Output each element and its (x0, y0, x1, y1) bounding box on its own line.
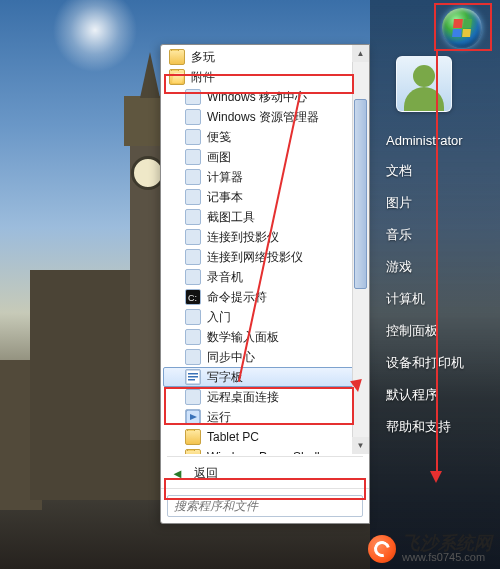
search-row (161, 488, 369, 523)
netproj-icon (185, 249, 201, 265)
program-label: 连接到网络投影仪 (207, 249, 303, 266)
start-menu-right-pane: Administrator 文档 图片 音乐 游戏 计算机 控制面板 设备和打印… (370, 0, 500, 569)
right-link-control-panel[interactable]: 控制面板 (370, 315, 500, 347)
program-item-netproj[interactable]: 连接到网络投影仪 (163, 247, 369, 267)
program-item-math[interactable]: 数学输入面板 (163, 327, 369, 347)
program-label: 入门 (207, 309, 231, 326)
program-item-folder[interactable]: Tablet PC (163, 427, 369, 447)
program-label: 记事本 (207, 189, 243, 206)
username-link[interactable]: Administrator (370, 126, 500, 155)
program-label: 命令提示符 (207, 289, 267, 306)
scroll-thumb[interactable] (354, 99, 367, 289)
program-label: 远程桌面连接 (207, 389, 279, 406)
program-label: Windows 移动中心 (207, 89, 307, 106)
program-label: 多玩 (191, 49, 215, 66)
program-item-sync[interactable]: 同步中心 (163, 347, 369, 367)
program-label: 运行 (207, 409, 231, 426)
program-item-wordpad[interactable]: 写字板 (163, 367, 369, 387)
paint-icon (185, 149, 201, 165)
program-item-rdp[interactable]: 远程桌面连接 (163, 387, 369, 407)
back-label: 返回 (194, 465, 218, 482)
program-label: 便笺 (207, 129, 231, 146)
watermark-logo-icon (368, 535, 396, 563)
right-link-music[interactable]: 音乐 (370, 219, 500, 251)
search-input[interactable] (167, 495, 363, 517)
program-label: Tablet PC (207, 430, 259, 444)
recorder-icon (185, 269, 201, 285)
right-link-devices[interactable]: 设备和打印机 (370, 347, 500, 379)
right-link-games[interactable]: 游戏 (370, 251, 500, 283)
rdp-icon (185, 389, 201, 405)
program-item-mobility[interactable]: Windows 移动中心 (163, 87, 369, 107)
program-label: Windows 资源管理器 (207, 109, 319, 126)
program-item-folder[interactable]: Windows PowerShell (163, 447, 369, 454)
svg-rect-5 (188, 379, 195, 381)
projector-icon (185, 229, 201, 245)
svg-rect-3 (188, 373, 198, 375)
watermark-url: www.fs0745.com (402, 552, 492, 563)
user-avatar[interactable] (396, 56, 452, 112)
folder-icon (169, 49, 185, 65)
svg-rect-4 (188, 376, 198, 378)
scrollbar[interactable]: ▲ ▼ (352, 45, 369, 454)
right-link-computer[interactable]: 计算机 (370, 283, 500, 315)
wordpad-icon (185, 369, 201, 385)
back-button[interactable]: ◄ 返回 (161, 459, 369, 488)
program-item-sticky[interactable]: 便笺 (163, 127, 369, 147)
program-item-notepad[interactable]: 记事本 (163, 187, 369, 207)
back-arrow-icon: ◄ (171, 466, 184, 481)
program-label: 数学输入面板 (207, 329, 279, 346)
program-label: 附件 (191, 69, 215, 86)
program-item-cmd[interactable]: C:命令提示符 (163, 287, 369, 307)
explorer-icon (185, 109, 201, 125)
program-label: 写字板 (207, 369, 243, 386)
program-item-snip[interactable]: 截图工具 (163, 207, 369, 227)
folder-open-icon (169, 69, 185, 85)
program-label: 连接到投影仪 (207, 229, 279, 246)
program-label: 录音机 (207, 269, 243, 286)
program-label: 画图 (207, 149, 231, 166)
program-item-getting[interactable]: 入门 (163, 307, 369, 327)
right-link-help[interactable]: 帮助和支持 (370, 411, 500, 443)
mobility-icon (185, 89, 201, 105)
program-folder-accessories[interactable]: 附件 (163, 67, 369, 87)
program-item-recorder[interactable]: 录音机 (163, 267, 369, 287)
sticky-icon (185, 129, 201, 145)
start-button[interactable] (442, 8, 482, 48)
folder-icon (185, 429, 201, 445)
watermark: 飞沙系统网 www.fs0745.com (368, 534, 492, 563)
scroll-up-button[interactable]: ▲ (352, 45, 369, 62)
program-item-projector[interactable]: 连接到投影仪 (163, 227, 369, 247)
svg-text:C:: C: (188, 293, 197, 303)
notepad-icon (185, 189, 201, 205)
start-menu-programs-pane: 多玩 附件 Windows 移动中心Windows 资源管理器便笺画图计算器记事… (160, 44, 370, 524)
programs-list[interactable]: 多玩 附件 Windows 移动中心Windows 资源管理器便笺画图计算器记事… (161, 45, 369, 454)
calc-icon (185, 169, 201, 185)
cmd-icon: C: (185, 289, 201, 305)
scroll-down-button[interactable]: ▼ (352, 437, 369, 454)
program-label: 同步中心 (207, 349, 255, 366)
right-link-default-programs[interactable]: 默认程序 (370, 379, 500, 411)
program-item-paint[interactable]: 画图 (163, 147, 369, 167)
windows-logo-icon (452, 19, 472, 37)
program-label: 截图工具 (207, 209, 255, 226)
program-item-calc[interactable]: 计算器 (163, 167, 369, 187)
snip-icon (185, 209, 201, 225)
divider (167, 456, 363, 457)
folder-icon (185, 449, 201, 454)
math-icon (185, 329, 201, 345)
program-label: 计算器 (207, 169, 243, 186)
program-item-explorer[interactable]: Windows 资源管理器 (163, 107, 369, 127)
watermark-title: 飞沙系统网 (402, 534, 492, 552)
getting-icon (185, 309, 201, 325)
right-link-documents[interactable]: 文档 (370, 155, 500, 187)
sync-icon (185, 349, 201, 365)
program-item-duowan[interactable]: 多玩 (163, 47, 369, 67)
program-label: Windows PowerShell (207, 450, 320, 454)
program-item-run[interactable]: 运行 (163, 407, 369, 427)
run-icon (185, 409, 201, 425)
right-link-pictures[interactable]: 图片 (370, 187, 500, 219)
